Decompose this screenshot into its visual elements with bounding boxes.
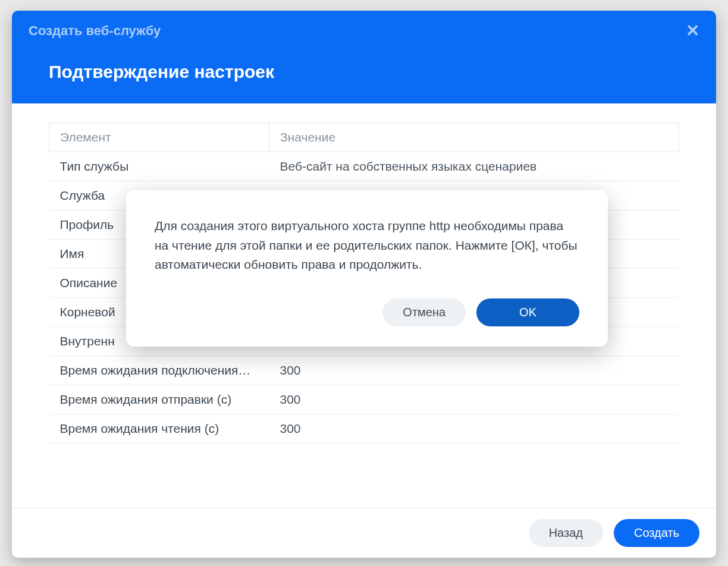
table-row: Тип службыВеб-сайт на собственных языках… (49, 152, 679, 181)
wizard-step-title: Подтверждение настроек (49, 62, 679, 82)
setting-key: Время ожидания отправки (с) (49, 385, 269, 414)
create-button[interactable]: Создать (614, 519, 699, 547)
setting-value: Веб-сайт на собственных языках сценариев (269, 152, 679, 181)
permission-confirm-dialog: Для создания этого виртуального хоста гр… (126, 190, 608, 347)
setting-value: 300 (269, 356, 679, 385)
ok-button[interactable]: OK (476, 298, 579, 326)
setting-key: Время ожидания чтения (с) (49, 414, 269, 444)
col-value: Значение (269, 123, 679, 152)
wizard-title: Создать веб-службу (29, 23, 161, 39)
wizard-subheader: Подтверждение настроек (12, 51, 716, 103)
wizard-titlebar: Создать веб-службу ✕ (12, 11, 716, 51)
wizard-footer: Назад Создать (12, 508, 716, 558)
back-button[interactable]: Назад (529, 519, 603, 547)
dialog-message: Для создания этого виртуального хоста гр… (155, 216, 579, 275)
setting-value: 300 (269, 385, 679, 414)
setting-key: Время ожидания подключения… (49, 356, 269, 385)
table-row: Время ожидания подключения…300 (49, 356, 679, 385)
close-icon[interactable]: ✕ (686, 23, 699, 39)
cancel-button[interactable]: Отмена (382, 298, 466, 326)
col-item: Элемент (49, 123, 269, 152)
setting-key: Тип службы (49, 152, 269, 181)
table-row: Время ожидания отправки (с)300 (49, 385, 679, 414)
table-row: Время ожидания чтения (с)300 (49, 414, 679, 444)
setting-value: 300 (269, 414, 679, 444)
